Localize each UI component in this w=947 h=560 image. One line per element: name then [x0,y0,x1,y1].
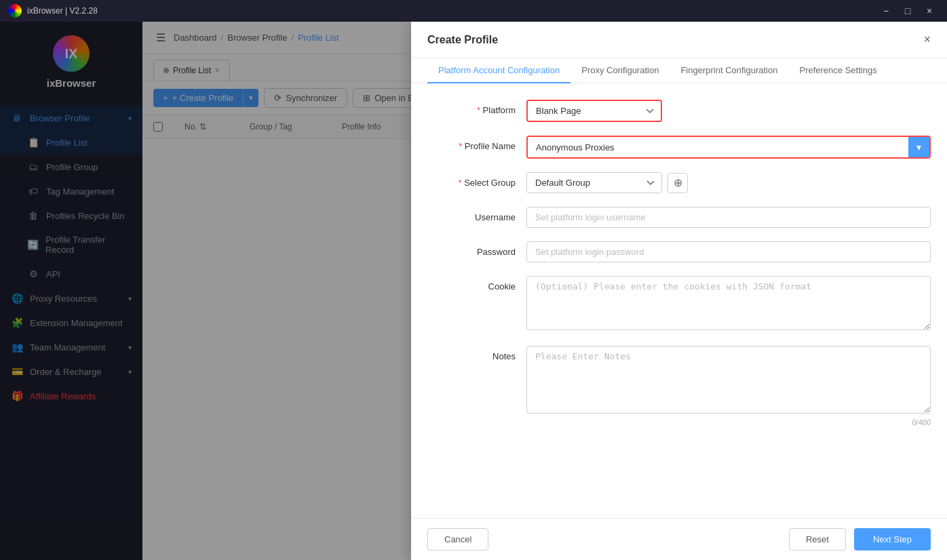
form-row-select-group: Select Group Default Group ⊕ [427,172,931,193]
close-button[interactable]: × [920,3,939,18]
modal-tab-platform-account-label: Platform Account Configuration [438,65,560,75]
modal-header: Create Profile × [411,22,947,58]
cookie-textarea[interactable] [526,276,931,330]
form-row-notes: Notes 0/400 [427,346,931,426]
profile-name-wrapper: ▾ [526,136,931,159]
select-group-control-wrapper: Default Group ⊕ [526,172,931,193]
modal-tabs: Platform Account Configuration Proxy Con… [411,58,947,83]
select-group-label: Select Group [427,172,516,188]
username-label: Username [427,207,516,222]
minimize-button[interactable]: − [876,3,895,18]
modal-tab-proxy-config-label: Proxy Configuration [581,65,659,75]
username-control-wrapper [526,207,931,228]
password-label: Password [427,241,516,257]
modal-overlay: Create Profile × Platform Account Config… [0,22,947,560]
titlebar: ixBrowser | V2.2.28 − □ × [0,0,947,22]
notes-control-wrapper: 0/400 [526,346,931,426]
cancel-button[interactable]: Cancel [427,528,488,551]
cookie-control-wrapper [526,276,931,332]
modal-footer: Cancel Reset Next Step [411,518,947,560]
footer-right: Reset Next Step [789,528,931,551]
notes-textarea[interactable] [526,346,931,414]
modal-tab-fingerprint-config-label: Fingerprint Configuration [680,65,777,75]
modal-tab-preference-settings[interactable]: Preference Settings [788,58,887,83]
platform-control-wrapper: Blank Page [526,100,931,122]
modal-tab-proxy-config[interactable]: Proxy Configuration [571,58,670,83]
char-count: 0/400 [526,418,931,426]
form-row-profile-name: Profile Name ▾ [427,136,931,159]
modal-close-button[interactable]: × [923,33,931,47]
form-row-password: Password [427,241,931,262]
platform-label: Platform [427,100,516,115]
cookie-label: Cookie [427,276,516,292]
password-input[interactable] [526,241,931,262]
profile-name-input[interactable] [528,138,908,157]
profile-name-label: Profile Name [427,136,516,151]
select-group-wrapper: Default Group ⊕ [526,172,931,193]
profile-name-generate-button[interactable]: ▾ [908,137,929,157]
profile-name-control-wrapper: ▾ [526,136,931,159]
modal-body: Platform Blank Page Profile Name ▾ [411,83,947,518]
modal-title: Create Profile [427,34,498,46]
next-step-button[interactable]: Next Step [854,528,931,551]
select-group-dropdown[interactable]: Default Group [526,172,662,193]
notes-label: Notes [427,346,516,361]
modal-tab-preference-settings-label: Preference Settings [799,65,876,75]
maximize-button[interactable]: □ [898,3,917,18]
app-title: ixBrowser | V2.2.28 [27,6,98,16]
form-row-platform: Platform Blank Page [427,100,931,122]
app-logo-icon [8,4,22,18]
modal-tab-platform-account[interactable]: Platform Account Configuration [427,58,571,83]
add-group-button[interactable]: ⊕ [668,173,688,193]
modal-tab-fingerprint-config[interactable]: Fingerprint Configuration [670,58,788,83]
titlebar-controls: − □ × [876,3,939,18]
password-control-wrapper [526,241,931,262]
username-input[interactable] [526,207,931,228]
reset-button[interactable]: Reset [789,528,846,551]
form-row-username: Username [427,207,931,228]
modal-panel: Create Profile × Platform Account Config… [411,22,947,560]
titlebar-left: ixBrowser | V2.2.28 [8,4,98,18]
platform-select[interactable]: Blank Page [526,100,662,122]
form-row-cookie: Cookie [427,276,931,332]
